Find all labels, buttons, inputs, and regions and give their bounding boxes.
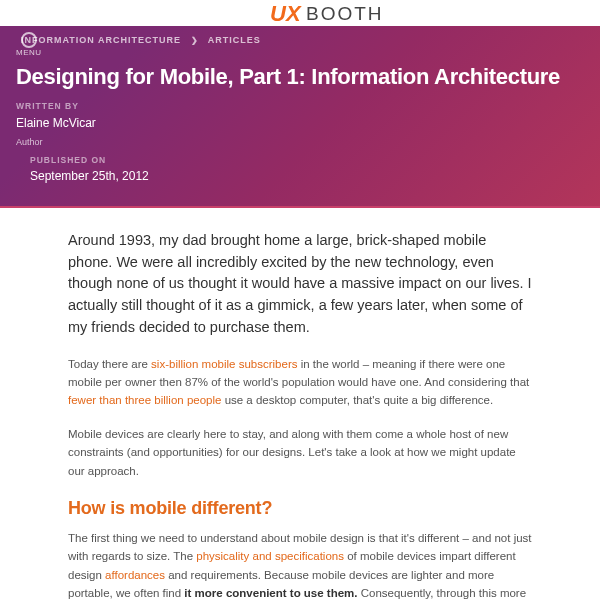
breadcrumb-level-2[interactable]: ARTICLES <box>208 35 261 45</box>
published-on-label: PUBLISHED ON <box>30 154 584 167</box>
author-role: Author <box>16 136 584 150</box>
link-affordances[interactable]: affordances <box>105 569 165 581</box>
bold-convenient: it more convenient to use them. <box>184 587 357 599</box>
link-three-billion[interactable]: fewer than three billion people <box>68 394 221 406</box>
logo-word: BOOTH <box>306 3 384 24</box>
site-logo[interactable]: UX BOOTH <box>0 0 600 26</box>
logo-mark: UX <box>270 1 302 26</box>
article-paragraph-2: Mobile devices are clearly here to stay,… <box>68 425 532 480</box>
menu-button[interactable]: MENU <box>16 32 42 58</box>
breadcrumb-level-1[interactable]: INFORMATION ARCHITECTURE <box>21 35 181 45</box>
page-title: Designing for Mobile, Part 1: Informatio… <box>16 64 584 90</box>
section-heading-how-different: How is mobile different? <box>68 495 532 523</box>
menu-ring-icon <box>21 32 37 48</box>
article-lede: Around 1993, my dad brought home a large… <box>68 230 532 339</box>
article-paragraph-3: The first thing we need to understand ab… <box>68 529 532 600</box>
chevron-right-icon: ❯ <box>191 36 199 45</box>
text-run: Today there are <box>68 358 151 370</box>
written-by-label: WRITTEN BY <box>16 100 584 113</box>
menu-label: MENU <box>16 48 42 57</box>
article-paragraph-1: Today there are six-billion mobile subsc… <box>68 355 532 410</box>
link-physicality[interactable]: physicality and specifications <box>196 550 344 562</box>
published-date: September 25th, 2012 <box>30 167 584 186</box>
link-six-billion[interactable]: six-billion mobile subscribers <box>151 358 297 370</box>
breadcrumb: INFORMATION ARCHITECTURE ❯ ARTICLES <box>21 34 584 48</box>
article-header: MENU INFORMATION ARCHITECTURE ❯ ARTICLES… <box>0 26 600 208</box>
article-body: Around 1993, my dad brought home a large… <box>0 208 600 600</box>
text-run: use a desktop computer, that's quite a b… <box>221 394 493 406</box>
author-name[interactable]: Elaine McVicar <box>16 114 584 133</box>
